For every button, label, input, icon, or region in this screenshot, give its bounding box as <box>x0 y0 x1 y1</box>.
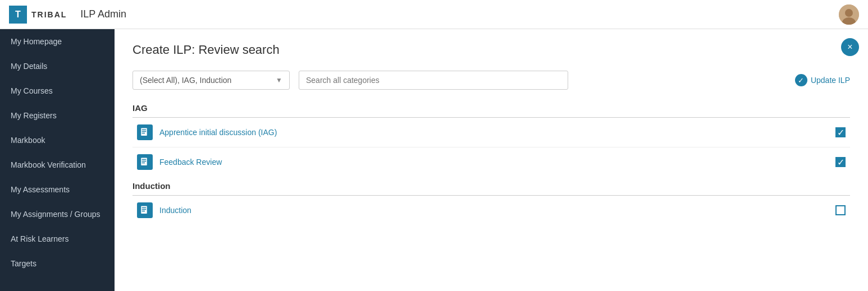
filter-select-value: (Select All), IAG, Induction <box>140 76 271 85</box>
sidebar-item-my-assessments[interactable]: My Assessments <box>0 177 115 202</box>
review-item-apprentice-discussion: Apprentice initial discussion (IAG) ✓ <box>133 118 850 147</box>
logo-text: TRIBAL <box>31 10 67 19</box>
category-title-induction: Induction <box>133 181 850 193</box>
sidebar-item-markbook[interactable]: Markbook <box>0 128 115 153</box>
main-layout: My Homepage My Details My Courses My Reg… <box>0 29 868 291</box>
svg-rect-10 <box>142 163 145 164</box>
category-title-iag: IAG <box>133 103 850 115</box>
svg-rect-9 <box>142 161 147 162</box>
user-avatar[interactable] <box>839 4 859 25</box>
svg-rect-13 <box>142 209 147 210</box>
page-title: Create ILP: Review search <box>133 43 850 57</box>
update-ilp-label: Update ILP <box>811 76 850 85</box>
svg-rect-5 <box>142 131 147 132</box>
sidebar-item-my-details[interactable]: My Details <box>0 54 115 78</box>
sidebar-item-targets[interactable]: Targets <box>0 251 115 276</box>
sidebar-item-at-risk-learners[interactable]: At Risk Learners <box>0 227 115 251</box>
review-item-feedback-review: Feedback Review ✓ <box>133 147 850 177</box>
document-icon <box>137 154 153 170</box>
close-button[interactable]: × <box>841 38 859 56</box>
app-title: ILP Admin <box>80 8 126 20</box>
app-header: T TRIBAL ILP Admin <box>0 0 868 29</box>
svg-rect-4 <box>142 130 147 131</box>
checkmark-icon: ✓ <box>795 74 807 86</box>
filter-row: (Select All), IAG, Induction ▼ ✓ Update … <box>133 71 850 90</box>
category-filter-select[interactable]: (Select All), IAG, Induction ▼ <box>133 71 290 90</box>
update-ilp-button[interactable]: ✓ Update ILP <box>795 74 850 86</box>
sidebar-item-my-homepage[interactable]: My Homepage <box>0 29 115 54</box>
item-checkbox-feedback-review[interactable]: ✓ <box>835 157 846 167</box>
logo-icon: T <box>9 6 27 24</box>
sidebar-item-my-assignments-groups[interactable]: My Assignments / Groups <box>0 202 115 227</box>
item-checkbox-apprentice-discussion[interactable]: ✓ <box>835 127 846 137</box>
item-label-induction: Induction <box>159 206 829 215</box>
sidebar: My Homepage My Details My Courses My Reg… <box>0 29 115 291</box>
category-section-iag: IAG Apprentice initial discussion (IAG) … <box>133 103 850 177</box>
sidebar-item-markbook-verification[interactable]: Markbook Verification <box>0 153 115 177</box>
content-panel: Create ILP: Review search × (Select All)… <box>115 29 868 291</box>
category-section-induction: Induction Induction <box>133 181 850 225</box>
main-content: Create ILP: Review search × (Select All)… <box>115 29 868 291</box>
sidebar-item-my-courses[interactable]: My Courses <box>0 78 115 103</box>
item-label-feedback-review: Feedback Review <box>159 158 829 167</box>
review-item-induction: Induction <box>133 196 850 225</box>
sidebar-item-my-registers[interactable]: My Registers <box>0 103 115 128</box>
document-icon <box>137 124 153 140</box>
svg-point-1 <box>845 9 853 17</box>
svg-rect-6 <box>142 133 145 134</box>
item-checkbox-induction[interactable] <box>835 205 846 215</box>
search-input[interactable] <box>299 71 568 90</box>
chevron-down-icon: ▼ <box>276 76 282 84</box>
svg-rect-8 <box>142 159 147 160</box>
svg-rect-14 <box>142 211 145 212</box>
document-icon <box>137 202 153 218</box>
svg-rect-12 <box>142 207 147 209</box>
item-label-apprentice-discussion: Apprentice initial discussion (IAG) <box>159 128 829 137</box>
